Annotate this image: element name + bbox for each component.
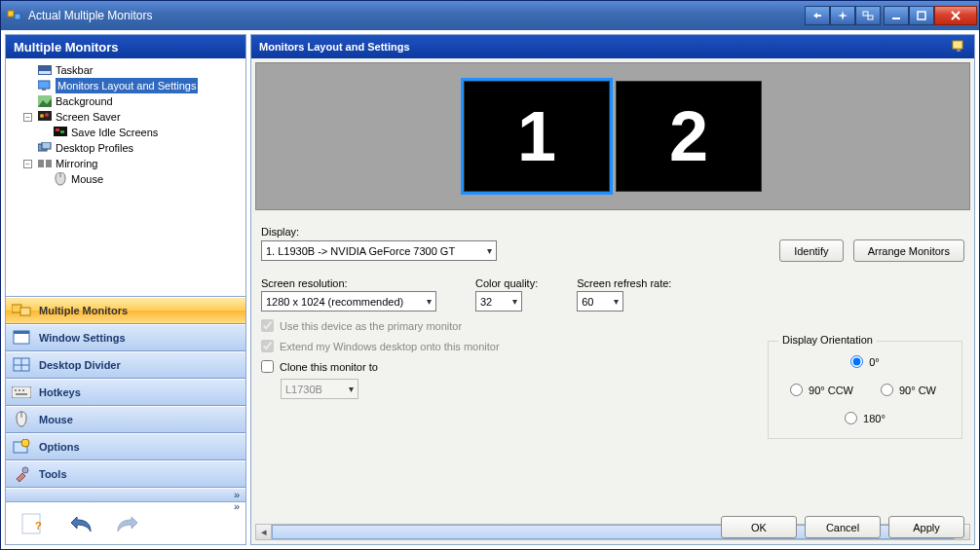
svg-rect-16 xyxy=(56,128,59,131)
svg-rect-26 xyxy=(14,331,29,334)
save-idle-icon xyxy=(54,126,67,139)
nav-options[interactable]: Options xyxy=(6,433,245,460)
monitor-1[interactable]: 1 xyxy=(464,81,610,192)
nav-label: Desktop Divider xyxy=(39,359,121,371)
nav-multiple-monitors[interactable]: Multiple Monitors xyxy=(6,297,245,324)
taskbar-icon xyxy=(38,63,52,77)
cancel-button[interactable]: Cancel xyxy=(805,516,881,538)
tree-background[interactable]: Background xyxy=(23,93,244,109)
svg-rect-21 xyxy=(46,160,52,167)
display-label: Display: xyxy=(261,226,964,238)
orient-90cw-radio[interactable] xyxy=(881,384,893,396)
undo-icon[interactable] xyxy=(66,509,95,538)
apply-button[interactable]: Apply xyxy=(888,516,964,538)
collapse-icon[interactable]: − xyxy=(23,113,32,122)
orient-90ccw-label: 90° CCW xyxy=(809,385,853,396)
arrange-button[interactable]: Arrange Monitors xyxy=(853,239,964,262)
titlebar-extra2-button[interactable] xyxy=(830,6,855,25)
tree-label: Monitors Layout and Settings xyxy=(56,78,198,93)
svg-rect-17 xyxy=(60,130,64,133)
titlebar-extra1-button[interactable] xyxy=(805,6,830,25)
nav-collapse-button[interactable]: »» xyxy=(6,488,245,501)
svg-rect-30 xyxy=(12,386,31,398)
ok-button[interactable]: OK xyxy=(721,516,797,538)
nav-mouse[interactable]: Mouse xyxy=(6,406,245,433)
nav-tree[interactable]: Taskbar Monitors Layout and Settings Bac… xyxy=(6,58,245,296)
monitor-preview[interactable]: 1 2 xyxy=(255,62,970,210)
scroll-left-button[interactable]: ◂ xyxy=(256,525,272,539)
extend-checkbox-input xyxy=(261,340,274,352)
identify-button[interactable]: Identify xyxy=(779,239,843,262)
minimize-button[interactable] xyxy=(884,6,909,25)
monitor-icon xyxy=(38,79,52,92)
nav-hotkeys[interactable]: Hotkeys xyxy=(6,379,245,406)
primary-label: Use this device as the primary monitor xyxy=(280,320,462,332)
nav-window-settings[interactable]: Window Settings xyxy=(6,324,245,351)
app-window: Actual Multiple Monitors Multiple Monito… xyxy=(0,0,980,550)
svg-rect-8 xyxy=(38,81,50,89)
tree-label: Taskbar xyxy=(56,62,94,78)
resolution-select[interactable]: 1280 x 1024 (recommended) xyxy=(261,291,436,312)
display-select[interactable]: 1. L1930B -> NVIDIA GeForce 7300 GT xyxy=(261,240,497,261)
color-label: Color quality: xyxy=(475,277,538,289)
header-icon[interactable] xyxy=(951,39,966,55)
display-value: 1. L1930B -> NVIDIA GeForce 7300 GT xyxy=(266,245,455,257)
svg-point-13 xyxy=(40,114,44,118)
app-body: Multiple Monitors Taskbar Monitors Layou… xyxy=(1,30,979,549)
svg-rect-9 xyxy=(42,89,46,91)
help-icon[interactable]: ? xyxy=(19,509,49,538)
svg-rect-41 xyxy=(953,41,962,49)
profiles-icon xyxy=(38,141,52,155)
svg-rect-0 xyxy=(8,11,14,17)
svg-rect-1 xyxy=(15,14,20,19)
tree-layout[interactable]: Monitors Layout and Settings xyxy=(23,78,244,93)
titlebar-extra3-button[interactable] xyxy=(855,6,881,25)
tree-label: Mouse xyxy=(71,171,103,187)
color-select[interactable]: 32 xyxy=(475,291,522,312)
close-button[interactable] xyxy=(934,6,977,25)
svg-rect-4 xyxy=(892,18,900,19)
tree-mirroring[interactable]: −Mirroring xyxy=(23,156,244,171)
left-header: Multiple Monitors xyxy=(6,35,245,58)
clone-target-select: L1730B xyxy=(281,379,358,399)
tree-label: Background xyxy=(56,93,113,109)
svg-rect-19 xyxy=(42,142,51,149)
collapse-icon[interactable]: − xyxy=(23,160,32,168)
clone-checkbox-input[interactable] xyxy=(261,360,274,373)
mirroring-icon xyxy=(38,157,52,170)
svg-rect-24 xyxy=(20,308,30,315)
tree-mouse[interactable]: Mouse xyxy=(39,171,244,187)
titlebar[interactable]: Actual Multiple Monitors xyxy=(1,1,979,30)
extend-label: Extend my Windows desktop onto this moni… xyxy=(280,341,500,352)
redo-icon[interactable] xyxy=(113,509,142,538)
tree-screensaver[interactable]: −Screen Saver xyxy=(23,109,244,125)
refresh-select[interactable]: 60 xyxy=(577,291,623,312)
orient-90cw-label: 90° CW xyxy=(899,385,936,396)
tree-desktop-profiles[interactable]: Desktop Profiles xyxy=(23,140,244,156)
svg-rect-31 xyxy=(15,389,17,391)
svg-rect-32 xyxy=(19,389,20,391)
monitor-2[interactable]: 2 xyxy=(616,81,762,192)
tools-icon xyxy=(12,464,31,484)
nav-label: Options xyxy=(39,441,80,453)
svg-rect-42 xyxy=(957,49,961,52)
nav-desktop-divider[interactable]: Desktop Divider xyxy=(6,351,245,379)
content-area: 1 2 Display: 1. L1930B -> NVIDIA GeForce… xyxy=(251,58,974,544)
tree-taskbar[interactable]: Taskbar xyxy=(23,62,244,78)
orient-180-label: 180° xyxy=(863,413,886,424)
svg-point-37 xyxy=(21,439,29,447)
clone-target-value: L1730B xyxy=(285,384,322,395)
svg-rect-7 xyxy=(39,71,51,74)
tree-save-idle[interactable]: Save Idle Screens xyxy=(39,125,244,140)
tree-label: Desktop Profiles xyxy=(56,140,133,156)
orient-0-label: 0° xyxy=(869,356,880,368)
orient-180-radio[interactable] xyxy=(845,412,857,424)
orient-0-radio[interactable] xyxy=(850,355,863,368)
maximize-button[interactable] xyxy=(909,6,934,25)
orient-90ccw-radio[interactable] xyxy=(790,384,803,396)
resolution-value: 1280 x 1024 (recommended) xyxy=(266,296,403,308)
clone-label: Clone this monitor to xyxy=(280,361,378,373)
tree-label: Screen Saver xyxy=(56,109,121,125)
nav-tools[interactable]: Tools xyxy=(6,460,245,488)
refresh-label: Screen refresh rate: xyxy=(577,277,671,289)
